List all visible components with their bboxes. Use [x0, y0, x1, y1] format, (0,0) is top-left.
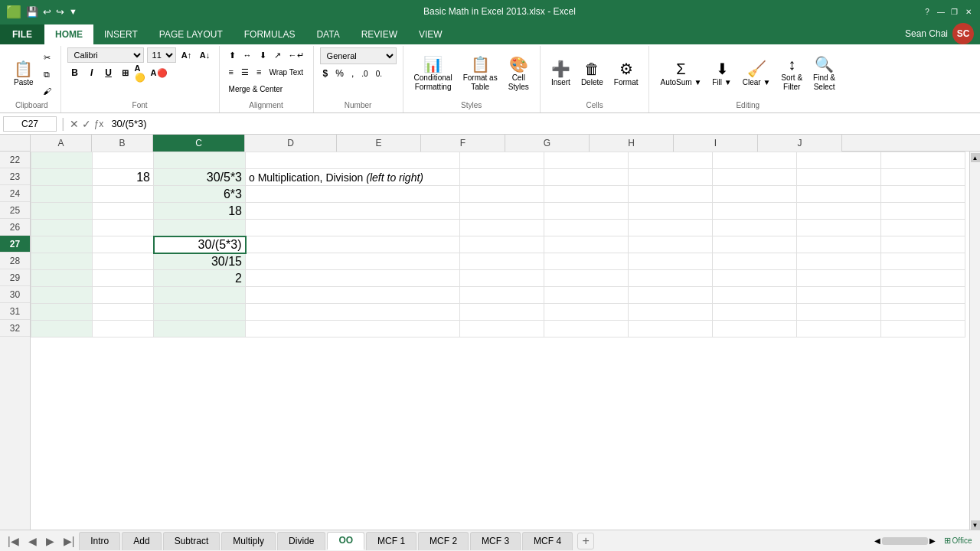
cell-F25[interactable]	[544, 203, 629, 220]
cell-H29[interactable]	[713, 270, 797, 287]
cell-A23[interactable]	[31, 169, 93, 186]
sheet-tab-divide[interactable]: Divide	[277, 532, 325, 550]
cell-F27[interactable]	[544, 236, 629, 253]
sort-filter-button[interactable]: ↕ Sort &Filter	[776, 53, 807, 96]
cell-H25[interactable]	[713, 203, 797, 220]
cell-E24[interactable]	[460, 186, 544, 203]
row-num-23[interactable]: 23	[0, 168, 30, 185]
scroll-right-btn[interactable]: ▶	[929, 536, 936, 545]
row-num-27[interactable]: 27	[0, 236, 30, 253]
cell-B27[interactable]	[93, 236, 154, 253]
formula-confirm-icon[interactable]: ✓	[82, 118, 91, 130]
align-right-button[interactable]: ≡	[253, 64, 264, 80]
tab-review[interactable]: REVIEW	[351, 24, 408, 44]
merge-center-button[interactable]: Merge & Center	[226, 81, 286, 96]
cell-D28[interactable]	[246, 253, 460, 270]
row-num-32[interactable]: 32	[0, 320, 30, 337]
cell-A22[interactable]	[31, 152, 93, 169]
find-select-button[interactable]: 🔍 Find &Select	[808, 53, 840, 96]
cell-H22[interactable]	[713, 152, 797, 169]
cell-B24[interactable]	[93, 186, 154, 203]
sheet-tab-mcf3[interactable]: MCF 3	[470, 532, 521, 550]
cell-I23[interactable]	[797, 169, 881, 186]
horizontal-scrollbar[interactable]: ◀ ▶	[874, 536, 936, 545]
tab-data[interactable]: DATA	[305, 24, 350, 44]
font-family-select[interactable]: Calibri	[67, 47, 144, 63]
cell-H24[interactable]	[713, 186, 797, 203]
cell-I27[interactable]	[797, 236, 881, 253]
sheet-tab-mcf1[interactable]: MCF 1	[366, 532, 416, 550]
cell-E28[interactable]	[460, 253, 544, 270]
italic-button[interactable]: I	[84, 65, 100, 80]
col-header-D[interactable]: D	[245, 135, 337, 152]
cell-H31[interactable]	[713, 304, 797, 321]
cell-J24[interactable]	[881, 186, 965, 203]
quick-access-save[interactable]: 💾	[26, 6, 38, 18]
cell-I25[interactable]	[797, 203, 881, 220]
quick-access-undo[interactable]: ↩	[43, 6, 51, 18]
tab-file[interactable]: FILE	[0, 24, 44, 44]
cell-B28[interactable]	[93, 253, 154, 270]
cell-I32[interactable]	[797, 321, 881, 337]
cell-G26[interactable]	[629, 220, 713, 236]
autosum-button[interactable]: Σ AutoSum ▼	[655, 53, 706, 96]
cell-B32[interactable]	[93, 321, 154, 337]
cell-F28[interactable]	[544, 253, 629, 270]
cut-button[interactable]: ✂	[40, 50, 54, 65]
col-header-A[interactable]: A	[31, 135, 92, 152]
cell-A29[interactable]	[31, 270, 93, 287]
close-btn[interactable]: ✕	[963, 6, 974, 17]
col-header-J[interactable]: J	[758, 135, 842, 152]
cell-J22[interactable]	[881, 152, 965, 169]
cell-F26[interactable]	[544, 220, 629, 236]
cell-I26[interactable]	[797, 220, 881, 236]
cell-G28[interactable]	[629, 253, 713, 270]
format-as-table-button[interactable]: 📋 Format asTable	[459, 53, 502, 96]
row-num-30[interactable]: 30	[0, 286, 30, 303]
sheet-tab-intro[interactable]: Intro	[79, 532, 120, 550]
cell-J27[interactable]	[881, 236, 965, 253]
cell-D22[interactable]	[246, 152, 460, 169]
tab-insert[interactable]: INSERT	[93, 24, 149, 44]
cell-B30[interactable]	[93, 287, 154, 304]
fill-color-button[interactable]: A🟡	[135, 65, 150, 80]
cell-I28[interactable]	[797, 253, 881, 270]
sheet-tab-add[interactable]: Add	[122, 532, 161, 550]
cell-G27[interactable]	[629, 236, 713, 253]
function-wizard-icon[interactable]: ƒx	[94, 119, 104, 129]
cell-E23[interactable]	[460, 169, 544, 186]
row-num-26[interactable]: 26	[0, 219, 30, 236]
cell-C29[interactable]: 2	[154, 270, 246, 287]
number-format-select[interactable]: General	[320, 47, 397, 64]
cell-I30[interactable]	[797, 287, 881, 304]
insert-button[interactable]: ➕ Insert	[547, 53, 575, 96]
format-painter-button[interactable]: 🖌	[40, 83, 54, 99]
cell-H32[interactable]	[713, 321, 797, 337]
indent-decrease-button[interactable]: ←↵	[286, 47, 307, 63]
col-header-C[interactable]: C	[153, 135, 245, 152]
row-num-31[interactable]: 31	[0, 303, 30, 320]
col-header-I[interactable]: I	[674, 135, 758, 152]
cell-F29[interactable]	[544, 270, 629, 287]
quick-access-redo[interactable]: ↪	[56, 6, 64, 18]
font-color-button[interactable]: A🔴	[152, 65, 167, 80]
scroll-left-btn[interactable]: ◀	[874, 536, 880, 545]
sheet-tab-oo[interactable]: OO	[327, 532, 364, 550]
conditional-formatting-button[interactable]: 📊 ConditionalFormatting	[410, 53, 457, 96]
cell-G23[interactable]	[629, 169, 713, 186]
cell-H23[interactable]	[713, 169, 797, 186]
cell-J30[interactable]	[881, 287, 965, 304]
cell-D27[interactable]	[246, 236, 460, 253]
font-size-select[interactable]: 11	[147, 47, 176, 63]
cell-J31[interactable]	[881, 304, 965, 321]
copy-button[interactable]: ⧉	[40, 67, 54, 82]
cell-C30[interactable]	[154, 287, 246, 304]
col-header-G[interactable]: G	[505, 135, 590, 152]
align-middle-button[interactable]: ↔	[240, 47, 255, 63]
bold-button[interactable]: B	[67, 65, 83, 80]
cell-E22[interactable]	[460, 152, 544, 169]
sheet-tab-multiply[interactable]: Multiply	[221, 532, 276, 550]
cell-A30[interactable]	[31, 287, 93, 304]
help-btn[interactable]: ?	[922, 6, 933, 17]
quick-access-customize[interactable]: ▼	[69, 7, 77, 16]
